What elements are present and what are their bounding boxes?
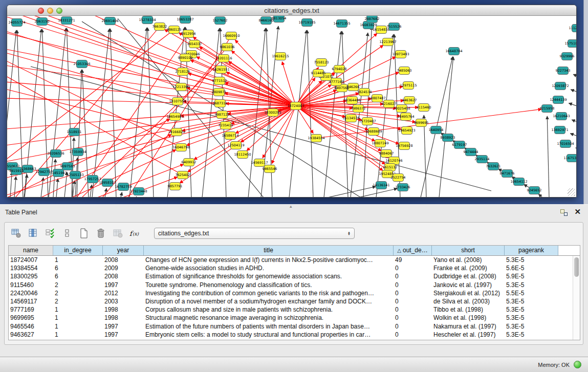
table-source-select[interactable]: citations_edges.txt▲▼ [154, 228, 355, 239]
network-canvas[interactable]: 1872400776638229860125891295416543372242… [7, 16, 576, 197]
cell[interactable]: 5.3E-5 [505, 297, 558, 305]
cell[interactable]: 1 [53, 331, 103, 339]
network-window-titlebar[interactable]: citations_edges.txt [7, 5, 576, 16]
cell[interactable]: 9699695 [9, 314, 53, 322]
memory-ok-indicator-icon[interactable] [574, 361, 581, 368]
column-header-short[interactable]: short [432, 246, 505, 255]
table-settings-icon[interactable] [11, 228, 22, 239]
cell[interactable]: 5.9E-5 [505, 272, 558, 280]
cell[interactable]: 19384554 [9, 264, 53, 272]
cell[interactable]: 5.3E-5 [505, 281, 558, 289]
cell[interactable]: Franke et al. (2009) [432, 264, 505, 272]
delete-table-icon[interactable] [95, 228, 106, 239]
cell[interactable]: Changes of HCN gene expression and I(f) … [144, 256, 394, 264]
cell[interactable]: 5.6E-5 [505, 264, 558, 272]
network-edge[interactable] [289, 30, 307, 197]
cell[interactable]: Embryonic stem cells: a model to study s… [144, 331, 394, 339]
cell[interactable]: 5.5E-5 [505, 289, 558, 297]
table-row[interactable]: 1872400712008Changes of HCN gene express… [9, 256, 580, 264]
cell[interactable]: 14569117 [9, 297, 53, 305]
cell[interactable]: 0 [394, 331, 432, 339]
cell[interactable]: 5.3E-5 [505, 256, 558, 264]
cell[interactable]: 18724007 [9, 256, 53, 264]
cell[interactable]: de Silva et al. (2003) [432, 297, 505, 305]
cell[interactable]: 6 [53, 272, 103, 280]
network-edge[interactable] [7, 30, 174, 159]
cell[interactable]: 6 [53, 264, 103, 272]
scrollbar-thumb[interactable] [574, 257, 579, 277]
cell[interactable]: 9777169 [9, 305, 53, 314]
cell[interactable]: 18300295 [9, 272, 53, 280]
cell[interactable]: Corpus callosum shape and size in male p… [144, 305, 394, 314]
cell[interactable]: 1997 [103, 281, 144, 289]
cell[interactable]: 0 [394, 305, 432, 314]
create-table-icon[interactable] [78, 228, 90, 239]
column-header-name[interactable]: name [9, 246, 53, 255]
network-edge[interactable] [358, 188, 397, 197]
select-rows-icon[interactable] [45, 228, 56, 239]
cell[interactable]: 1 [53, 314, 103, 322]
cell[interactable]: Estimation of significance thresholds fo… [144, 272, 394, 280]
cell[interactable]: 5.3E-5 [505, 322, 558, 331]
network-edge[interactable] [363, 27, 372, 197]
cell[interactable]: 1 [53, 322, 103, 331]
cell[interactable]: Investigating the contribution of common… [144, 289, 394, 297]
network-edge[interactable] [7, 32, 181, 87]
network-edge[interactable] [573, 74, 576, 81]
cell[interactable]: Genome-wide association studies in ADHD. [144, 264, 394, 272]
cell[interactable]: 2003 [103, 297, 144, 305]
cell[interactable]: 2 [53, 289, 103, 297]
cell[interactable]: Tourette syndrome. Phenomenology and cla… [144, 281, 394, 289]
table-row[interactable]: 1938455462009Genome-wide association stu… [9, 264, 580, 272]
cell[interactable]: 5.3E-5 [505, 314, 558, 322]
cell[interactable]: 5.3E-5 [505, 305, 558, 314]
cell[interactable]: Nakamura et al. (1997) [432, 322, 505, 331]
network-edge[interactable] [571, 90, 576, 96]
splitter-handle-icon[interactable]: ▴ [290, 204, 292, 209]
cell[interactable]: Disruption of a novel member of a sodium… [144, 297, 394, 305]
cell[interactable]: 2 [53, 297, 103, 305]
cell[interactable]: 1998 [103, 314, 144, 322]
cell[interactable]: 1997 [103, 322, 144, 331]
table-row[interactable]: 969969511998Structural magnetic resonanc… [9, 314, 580, 322]
column-header-title[interactable]: title [144, 246, 394, 255]
table-row[interactable]: 946362711997Embryonic stem cells: a mode… [9, 331, 580, 339]
cell[interactable]: 2009 [103, 264, 144, 272]
network-edge[interactable] [547, 116, 549, 197]
vertical-scrollbar[interactable] [573, 256, 580, 340]
close-icon[interactable]: ✕ [574, 207, 581, 216]
cell[interactable]: 0 [394, 297, 432, 305]
import-table-icon[interactable] [112, 228, 123, 239]
cell[interactable]: 0 [394, 322, 432, 331]
table-row[interactable]: 2242004622012Investigating the contribut… [9, 289, 580, 297]
network-edge[interactable] [248, 28, 266, 197]
cell[interactable]: 0 [394, 272, 432, 280]
cell[interactable]: 2008 [103, 272, 144, 280]
cell[interactable]: Hescheler et al. (1997) [432, 331, 505, 339]
column-header-year[interactable]: year [103, 246, 144, 255]
network-edge[interactable] [7, 61, 181, 147]
column-header-pagerank[interactable]: pagerank [505, 246, 558, 255]
cell[interactable]: 0 [394, 289, 432, 297]
cell[interactable]: Structural magnetic resonance image aver… [144, 314, 394, 322]
column-header-in_degree[interactable]: in_degree [53, 246, 103, 255]
cell[interactable]: 0 [394, 314, 432, 322]
column-header-out_de[interactable]: △out_de… [394, 246, 432, 255]
table-row[interactable]: 911546021997Tourette syndrome. Phenomeno… [9, 281, 580, 289]
network-edge[interactable] [56, 179, 58, 197]
cell[interactable]: 1 [53, 305, 103, 314]
select-columns-icon[interactable] [28, 228, 39, 239]
network-edge[interactable] [538, 194, 542, 197]
cell[interactable]: Yano et al. (2008) [432, 256, 505, 264]
cell[interactable]: Dudbridge et al. (2008) [432, 272, 505, 280]
cell[interactable]: 9463627 [9, 331, 53, 339]
cell[interactable]: 9465546 [9, 322, 53, 331]
cell[interactable]: Wolkin et al. (1998) [432, 314, 505, 322]
network-edge[interactable] [90, 185, 92, 197]
network-edge[interactable] [7, 33, 296, 106]
cell[interactable]: 1997 [103, 331, 144, 339]
network-edge[interactable] [121, 192, 122, 197]
network-edge[interactable] [136, 196, 137, 197]
cell[interactable]: 2008 [103, 256, 144, 264]
cell[interactable]: 2 [53, 281, 103, 289]
